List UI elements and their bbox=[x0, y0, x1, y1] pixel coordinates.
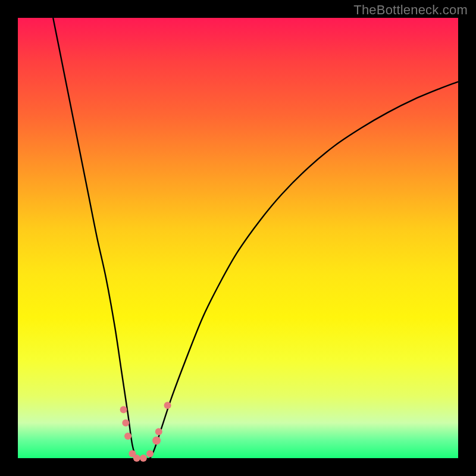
marker-point bbox=[164, 402, 171, 409]
marker-point bbox=[133, 455, 140, 462]
marker-point bbox=[124, 433, 131, 440]
bottleneck-curve bbox=[53, 18, 458, 459]
watermark-text: TheBottleneck.com bbox=[353, 2, 468, 18]
marker-point bbox=[152, 436, 161, 444]
marker-point bbox=[122, 419, 129, 427]
marker-point bbox=[140, 455, 147, 462]
marker-point bbox=[120, 406, 127, 414]
marker-point bbox=[146, 450, 154, 458]
chart-svg bbox=[0, 0, 476, 476]
marker-point bbox=[155, 428, 162, 436]
chart-frame: TheBottleneck.com bbox=[0, 0, 476, 476]
